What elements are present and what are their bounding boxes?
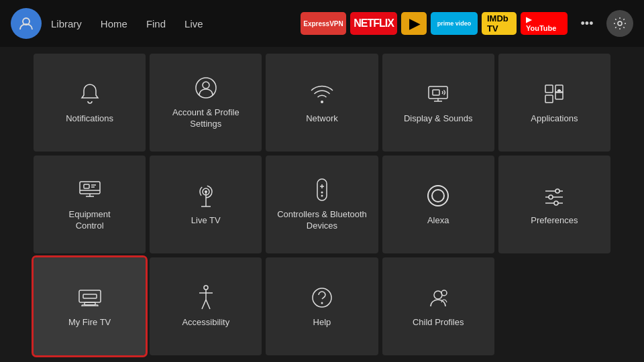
svg-rect-23 xyxy=(317,179,327,200)
svg-rect-38 xyxy=(82,305,98,306)
nav-find[interactable]: Find xyxy=(145,15,167,32)
grid-alexa[interactable]: Alexa xyxy=(382,156,494,253)
live-tv-label: Live TV xyxy=(191,215,221,227)
grid-equipment-control[interactable]: EquipmentControl xyxy=(34,156,146,253)
grid-my-fire-tv[interactable]: My Fire TV xyxy=(34,257,146,355)
svg-rect-6 xyxy=(433,90,439,95)
sliders-icon xyxy=(543,183,566,208)
svg-point-29 xyxy=(432,190,444,202)
svg-point-45 xyxy=(313,288,331,307)
display-sounds-label: Display & Sounds xyxy=(404,113,473,125)
network-label: Network xyxy=(306,113,338,125)
my-fire-tv-label: My Fire TV xyxy=(68,317,111,328)
nav-home[interactable]: Home xyxy=(99,15,129,32)
grid-display-sounds[interactable]: Display & Sounds xyxy=(382,54,494,152)
grid-empty xyxy=(498,257,610,355)
svg-point-47 xyxy=(434,291,442,299)
person-circle-icon xyxy=(195,75,217,101)
grid-network[interactable]: Network xyxy=(266,54,378,152)
svg-point-27 xyxy=(321,195,323,197)
accessibility-icon xyxy=(197,285,215,310)
alexa-label: Alexa xyxy=(427,215,449,227)
settings-button[interactable] xyxy=(606,10,633,37)
svg-point-48 xyxy=(441,290,447,296)
monitor-icon xyxy=(78,177,102,202)
child-profiles-icon xyxy=(427,285,449,310)
grid-notifications[interactable]: Notifications xyxy=(34,54,146,152)
grid-preferences[interactable]: Preferences xyxy=(498,156,610,253)
settings-grid: Notifications Account & ProfileSettings … xyxy=(0,47,644,362)
preferences-label: Preferences xyxy=(531,215,578,227)
app-prime[interactable]: prime video xyxy=(431,12,478,35)
grid-accessibility[interactable]: Accessibility xyxy=(150,257,262,355)
app-imdb[interactable]: IMDb TV xyxy=(482,12,517,35)
grid-applications[interactable]: Applications xyxy=(498,54,610,152)
accessibility-label: Accessibility xyxy=(182,317,229,328)
svg-point-28 xyxy=(428,186,448,206)
remote-icon xyxy=(315,177,329,202)
nav-library[interactable]: Library xyxy=(50,15,83,32)
svg-rect-15 xyxy=(84,184,89,188)
antenna-icon xyxy=(196,183,216,208)
app-netflix[interactable]: NETFLIX xyxy=(350,12,397,35)
top-nav: Library Home Find Live ExpressVPN NETFLI… xyxy=(0,0,644,47)
app-plex[interactable]: ▶ xyxy=(401,12,427,35)
app-youtube[interactable]: ▶ YouTube xyxy=(521,12,568,35)
svg-point-26 xyxy=(321,192,323,194)
nav-live[interactable]: Live xyxy=(183,15,205,32)
grid-child-profiles[interactable]: Child Profiles xyxy=(382,257,494,355)
wifi-icon xyxy=(310,81,334,107)
grid-live-tv[interactable]: Live TV xyxy=(150,156,262,253)
svg-point-4 xyxy=(321,101,323,103)
bell-icon xyxy=(79,81,101,107)
nav-links: Library Home Find Live xyxy=(50,15,205,32)
svg-point-40 xyxy=(204,286,208,290)
grid-account-profile[interactable]: Account & ProfileSettings xyxy=(150,54,262,152)
child-profiles-label: Child Profiles xyxy=(413,317,464,328)
account-profile-label: Account & ProfileSettings xyxy=(172,107,239,130)
svg-rect-7 xyxy=(545,85,553,93)
svg-rect-39 xyxy=(83,294,97,298)
avatar[interactable] xyxy=(11,8,42,39)
svg-rect-9 xyxy=(545,95,553,103)
alexa-icon xyxy=(426,183,450,208)
svg-point-1 xyxy=(618,21,622,25)
more-button[interactable]: ••• xyxy=(576,12,598,35)
notifications-label: Notifications xyxy=(66,113,113,125)
svg-point-34 xyxy=(549,195,553,199)
svg-point-35 xyxy=(554,201,558,205)
svg-rect-13 xyxy=(80,182,100,194)
svg-rect-36 xyxy=(79,290,101,302)
app-expressvpn[interactable]: ExpressVPN xyxy=(301,12,346,35)
svg-point-46 xyxy=(321,302,323,304)
display-sound-icon xyxy=(426,81,450,107)
help-label: Help xyxy=(313,317,331,328)
help-icon xyxy=(311,285,333,310)
svg-line-43 xyxy=(202,300,206,309)
app-icons-bar: ExpressVPN NETFLIX ▶ prime video IMDb TV… xyxy=(301,12,568,35)
apps-icon xyxy=(543,81,566,107)
grid-help[interactable]: Help xyxy=(266,257,378,355)
svg-line-44 xyxy=(206,300,210,309)
svg-point-33 xyxy=(555,189,559,193)
equipment-control-label: EquipmentControl xyxy=(69,209,111,232)
controllers-bluetooth-label: Controllers & BluetoothDevices xyxy=(277,209,367,232)
firetv-icon xyxy=(78,285,102,310)
svg-point-3 xyxy=(203,82,209,88)
applications-label: Applications xyxy=(531,113,578,125)
grid-controllers-bluetooth[interactable]: Controllers & BluetoothDevices xyxy=(266,156,378,253)
